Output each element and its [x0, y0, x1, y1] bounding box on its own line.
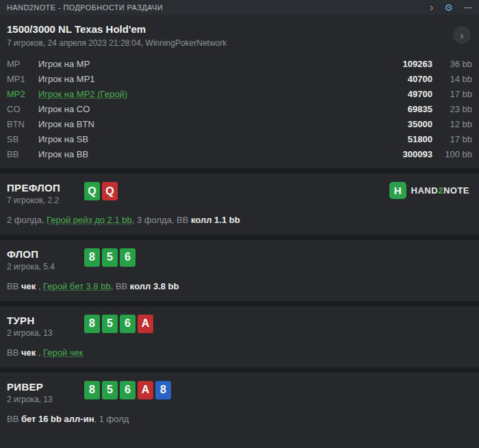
action-text: , — [36, 281, 43, 291]
hero-action-link[interactable]: Герой бет 3.8 bb — [43, 281, 111, 291]
forward-chevron-icon[interactable]: › — [430, 2, 433, 13]
street-header: ТУРН 2 игрока, 13 856A — [7, 315, 472, 338]
card-6-green: 6 — [120, 381, 135, 399]
hand-summary-panel: 1500/3000 NL Texas Hold'em 7 игроков, 24… — [0, 15, 479, 168]
card-8-green: 8 — [84, 315, 100, 333]
player-name: Игрок на SB — [38, 134, 364, 144]
player-stack-bb: 17 bb — [432, 134, 472, 144]
street-header: РИВЕР 2 игрока, 13 856A8 — [7, 381, 472, 404]
player-position: BTN — [7, 119, 38, 129]
street-section: ТУРН 2 игрока, 13 856A BB чек , Герой че… — [0, 306, 479, 367]
player-name: Игрок на MP1 — [38, 74, 364, 84]
street-section: ПРЕФЛОП 7 игроков, 2.2 QQ H HAND2NOTE 2 … — [0, 174, 479, 235]
logo-part-note: NOTE — [443, 185, 469, 196]
player-stack-bb: 100 bb — [432, 149, 472, 159]
street-title-block: ТУРН 2 игрока, 13 — [7, 315, 77, 338]
stakes-game-title: 1500/3000 NL Texas Hold'em — [7, 23, 472, 35]
player-position: MP1 — [7, 74, 38, 84]
hero-action-link[interactable]: Герой чек — [43, 347, 83, 358]
hero-action-link[interactable]: Герой рейз до 2.1 bb — [47, 215, 132, 225]
hand2note-logo-text: HAND2NOTE — [411, 185, 469, 196]
card-6-green: 6 — [120, 248, 135, 267]
street-title: ПРЕФЛОП — [7, 182, 77, 194]
street-section: ФЛОП 2 игрока, 5.4 856 BB чек , Герой бе… — [0, 240, 479, 301]
player-position: SB — [7, 134, 38, 144]
action-text: BB — [7, 281, 21, 291]
player-stack: 51800 — [364, 134, 432, 144]
street-section: РИВЕР 2 игрока, 13 856A8 BB бет 16 bb ал… — [0, 373, 479, 448]
player-name: Игрок на BB — [38, 149, 364, 159]
players-table: MP Игрок на MP 109263 36 bb MP1 Игрок на… — [0, 53, 479, 161]
player-stack-bb: 14 bb — [432, 74, 472, 84]
action-text: , BB — [111, 281, 130, 291]
table-row: MP1 Игрок на MP1 40700 14 bb — [7, 71, 472, 86]
action-text: , — [36, 347, 43, 358]
settings-gear-icon[interactable]: ⚙ — [444, 3, 453, 12]
player-stack-bb: 17 bb — [432, 89, 472, 99]
player-position: BB — [7, 149, 38, 159]
action-text: чек — [21, 281, 36, 291]
street-meta: 2 игрока, 13 — [7, 328, 77, 338]
player-stack: 35000 — [364, 119, 432, 129]
card-A-red: A — [138, 315, 153, 333]
table-row: BTN Игрок на BTN 35000 12 bb — [7, 116, 472, 131]
hand2note-hand-details-window: HAND2NOTE - ПОДРОБНОСТИ РАЗДАЧИ › ⚙ — 15… — [0, 0, 479, 448]
card-5-green: 5 — [102, 315, 118, 333]
card-5-green: 5 — [102, 381, 118, 399]
player-stack-bb: 36 bb — [432, 59, 472, 69]
table-row: CO Игрок на CO 69835 23 bb — [7, 101, 472, 116]
card-8-green: 8 — [84, 381, 100, 399]
street-title-block: РИВЕР 2 игрока, 13 — [7, 381, 77, 404]
player-position: MP — [7, 59, 38, 69]
street-cards: 856 — [84, 248, 135, 267]
player-position: CO — [7, 104, 38, 114]
minimize-icon[interactable]: — — [464, 3, 472, 12]
street-actions: BB чек , Герой чек — [7, 347, 472, 359]
hand2note-logo: H HAND2NOTE — [389, 182, 469, 199]
street-title-block: ПРЕФЛОП 7 игроков, 2.2 — [7, 182, 77, 205]
street-meta: 2 игрока, 5.4 — [7, 262, 77, 272]
player-position: MP2 — [7, 89, 38, 99]
player-stack-bb: 23 bb — [432, 104, 472, 114]
next-hand-button[interactable]: › — [453, 26, 471, 44]
action-text: 2 фолда, — [7, 215, 47, 225]
street-cards: 856A — [84, 315, 153, 333]
street-meta: 7 игроков, 2.2 — [7, 196, 77, 205]
street-actions: 2 фолда, Герой рейз до 2.1 bb, 3 фолда, … — [7, 215, 472, 226]
hand-header: 1500/3000 NL Texas Hold'em 7 игроков, 24… — [0, 15, 479, 53]
card-5-green: 5 — [102, 248, 118, 267]
chevron-right-icon: › — [461, 29, 464, 41]
streets: ПРЕФЛОП 7 игроков, 2.2 QQ H HAND2NOTE 2 … — [0, 168, 479, 448]
window-title: HAND2NOTE - ПОДРОБНОСТИ РАЗДАЧИ — [7, 3, 163, 12]
player-name: Игрок на MP — [38, 59, 364, 69]
player-name: Игрок на CO — [38, 104, 364, 114]
action-text: колл 3.8 bb — [130, 281, 179, 291]
action-text: колл 1.1 bb — [191, 215, 240, 225]
action-text: чек — [21, 347, 36, 358]
street-header: ПРЕФЛОП 7 игроков, 2.2 QQ H HAND2NOTE — [7, 182, 472, 205]
table-row: MP Игрок на MP 109263 36 bb — [7, 56, 472, 71]
street-cards: 856A8 — [84, 381, 171, 399]
hand2note-logo-icon: H — [389, 182, 406, 199]
action-text: BB — [7, 414, 21, 424]
player-stack: 300093 — [364, 149, 432, 159]
player-stack: 49700 — [364, 89, 432, 99]
action-text: BB — [7, 347, 21, 358]
player-stack: 69835 — [364, 104, 432, 114]
player-stack: 109263 — [364, 59, 432, 69]
card-Q-green: Q — [84, 182, 100, 200]
street-title: ФЛОП — [7, 248, 77, 260]
titlebar: HAND2NOTE - ПОДРОБНОСТИ РАЗДАЧИ › ⚙ — — [0, 0, 479, 15]
street-header: ФЛОП 2 игрока, 5.4 856 — [7, 248, 472, 272]
player-name: Игрок на BTN — [38, 119, 364, 129]
card-6-green: 6 — [120, 315, 135, 333]
titlebar-icons: › ⚙ — — [430, 2, 472, 13]
player-stack: 40700 — [364, 74, 432, 84]
table-row: SB Игрок на SB 51800 17 bb — [7, 131, 472, 146]
logo-part-hand: HAND — [411, 185, 439, 196]
action-text: , 3 фолда, BB — [132, 215, 191, 225]
street-actions: BB чек , Герой бет 3.8 bb, BB колл 3.8 b… — [7, 281, 472, 293]
street-actions: BB бет 16 bb алл-ин, 1 фолд — [7, 414, 472, 425]
card-8-green: 8 — [84, 248, 100, 267]
player-name[interactable]: Игрок на MP2 (Герой) — [38, 89, 364, 99]
